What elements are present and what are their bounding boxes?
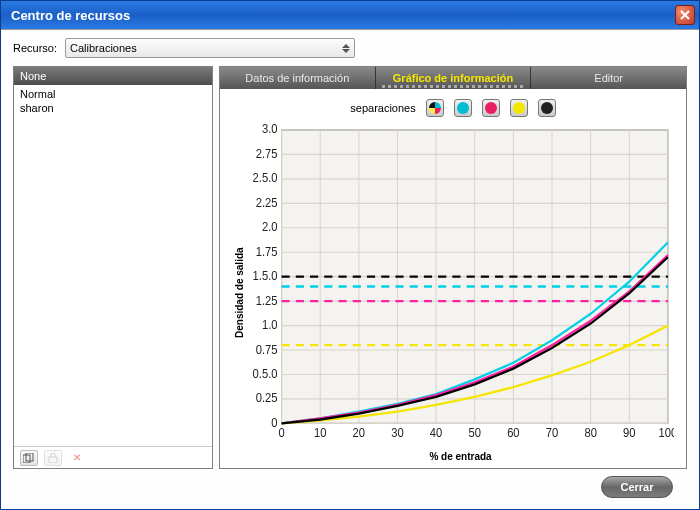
plot-column: 010203040506070809010000.250.5.00.751.01… xyxy=(247,123,674,462)
svg-text:60: 60 xyxy=(507,426,520,441)
svg-text:100: 100 xyxy=(659,426,674,441)
svg-text:70: 70 xyxy=(546,426,559,441)
density-chart: 010203040506070809010000.250.5.00.751.01… xyxy=(247,123,674,449)
resource-list-panel: None Normalsharon ✕ xyxy=(13,66,213,469)
svg-text:0: 0 xyxy=(271,415,278,430)
y-axis-label: Densidad de salida xyxy=(232,123,247,462)
separation-cyan-button[interactable] xyxy=(454,99,472,117)
resource-select-value: Calibraciones xyxy=(70,42,137,54)
dropdown-arrows-icon xyxy=(342,44,350,53)
svg-rect-2 xyxy=(49,457,57,463)
svg-text:0.75: 0.75 xyxy=(256,342,278,357)
footer-bar: Cerrar xyxy=(13,469,687,505)
svg-text:2.25: 2.25 xyxy=(256,195,278,210)
titlebar: Centro de recursos xyxy=(1,1,699,29)
svg-text:1.5.0: 1.5.0 xyxy=(253,268,278,283)
separations-label: separaciones xyxy=(350,102,415,114)
svg-text:2.75: 2.75 xyxy=(256,146,278,161)
svg-text:2.5.0: 2.5.0 xyxy=(253,171,278,186)
close-button[interactable]: Cerrar xyxy=(601,476,673,498)
close-icon[interactable] xyxy=(675,5,695,25)
svg-text:1.25: 1.25 xyxy=(256,293,278,308)
svg-text:90: 90 xyxy=(623,426,636,441)
resource-row: Recurso: Calibraciones xyxy=(13,38,687,58)
svg-text:2.0: 2.0 xyxy=(262,220,278,235)
window-title: Centro de recursos xyxy=(5,8,130,23)
content-area: Recurso: Calibraciones None Normalsharon… xyxy=(1,29,699,509)
separation-magenta-button[interactable] xyxy=(482,99,500,117)
body-row: None Normalsharon ✕ Datos de información… xyxy=(13,66,687,469)
x-axis-label: % de entrada xyxy=(247,449,674,462)
separation-all-button[interactable] xyxy=(426,99,444,117)
plot-wrap: Densidad de salida 010203040506070809010… xyxy=(232,123,674,462)
svg-text:1.75: 1.75 xyxy=(256,244,278,259)
svg-text:0.5.0: 0.5.0 xyxy=(253,366,278,381)
list-toolbar: ✕ xyxy=(14,446,212,468)
tab-2[interactable]: Editor xyxy=(531,67,686,89)
svg-text:40: 40 xyxy=(430,426,443,441)
duplicate-button[interactable] xyxy=(20,450,38,466)
svg-text:0: 0 xyxy=(278,426,285,441)
right-panel: Datos de informaciónGráfico de informaci… xyxy=(219,66,687,469)
svg-text:80: 80 xyxy=(584,426,597,441)
svg-text:0.25: 0.25 xyxy=(256,391,278,406)
list-item[interactable]: Normal xyxy=(20,87,206,101)
dialog-window: Centro de recursos Recurso: Calibracione… xyxy=(0,0,700,510)
svg-text:3.0: 3.0 xyxy=(262,123,278,137)
tab-bar: Datos de informaciónGráfico de informaci… xyxy=(220,67,686,89)
svg-text:20: 20 xyxy=(353,426,366,441)
delete-button: ✕ xyxy=(68,450,86,466)
svg-text:1.0: 1.0 xyxy=(262,317,278,332)
separation-black-button[interactable] xyxy=(538,99,556,117)
svg-text:10: 10 xyxy=(314,426,327,441)
tab-0[interactable]: Datos de información xyxy=(220,67,376,89)
tab-1[interactable]: Gráfico de información xyxy=(376,67,532,89)
list-item[interactable]: sharon xyxy=(20,101,206,115)
list-body[interactable]: Normalsharon xyxy=(14,85,212,446)
svg-text:50: 50 xyxy=(469,426,482,441)
svg-text:30: 30 xyxy=(391,426,404,441)
list-header: None xyxy=(14,67,212,85)
separations-row: separaciones xyxy=(232,99,674,117)
resource-label: Recurso: xyxy=(13,42,57,54)
separation-yellow-button[interactable] xyxy=(510,99,528,117)
lock-button xyxy=(44,450,62,466)
resource-select[interactable]: Calibraciones xyxy=(65,38,355,58)
chart-area: separaciones Densidad de salida 01020304… xyxy=(220,89,686,468)
